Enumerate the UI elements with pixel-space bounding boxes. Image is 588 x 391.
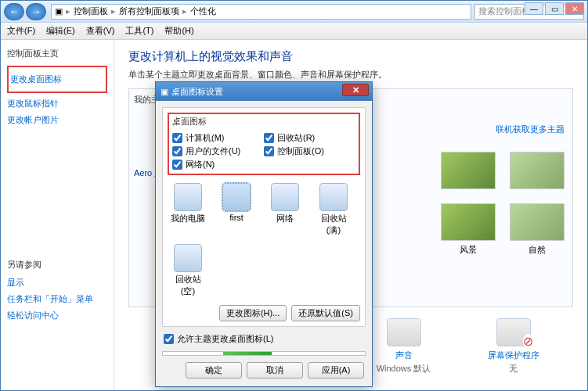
icon-network[interactable]: 网络 <box>266 183 304 236</box>
cancel-button[interactable]: 取消 <box>247 362 303 378</box>
titlebar: ← → ▣ ▸ 控制面板 ▸ 所有控制面板项 ▸ 个性化 搜索控制面板 — ▭ … <box>1 1 587 23</box>
maximize-button[interactable]: ▭ <box>545 2 564 15</box>
menu-edit[interactable]: 编辑(E) <box>46 25 75 37</box>
menu-view[interactable]: 查看(V) <box>86 25 115 37</box>
sidebar: 控制面板主页 更改桌面图标 更改鼠标指针 更改帐户图片 另请参阅 显示 任务栏和… <box>1 40 114 390</box>
menu-help[interactable]: 帮助(H) <box>164 25 193 37</box>
checkbox-computer[interactable]: 计算机(M) <box>172 132 264 144</box>
more-themes-link[interactable]: 联机获取更多主题 <box>496 124 565 135</box>
close-button[interactable]: ✕ <box>565 2 584 15</box>
icon-recycle-empty[interactable]: 回收站(空) <box>169 244 207 297</box>
checkbox-recycle[interactable]: 回收站(R) <box>264 132 355 144</box>
minimize-button[interactable]: — <box>525 2 543 15</box>
checkbox-allow-theme[interactable]: 允许主题更改桌面图标(L) <box>164 333 364 345</box>
ok-button[interactable]: 确定 <box>186 362 242 378</box>
progress-bar <box>162 351 366 356</box>
theme-item[interactable] <box>441 152 496 189</box>
back-button[interactable]: ← <box>4 3 24 20</box>
group-label: 桌面图标 <box>172 116 355 127</box>
sidebar-link-desktop-icons[interactable]: 更改桌面图标 <box>10 74 104 85</box>
page-subtitle: 单击某个主题立即更改桌面背景、窗口颜色、声音和屏幕保护程序。 <box>128 69 573 81</box>
icon-recycle-full[interactable]: 回收站(满) <box>315 183 352 236</box>
dialog-icon: ▣ <box>161 87 168 97</box>
change-icon-button[interactable]: 更改图标(H)... <box>219 305 287 321</box>
theme-item[interactable]: 自然 <box>510 203 565 256</box>
dialog-close-button[interactable]: ✕ <box>342 84 369 96</box>
footer-sound[interactable]: 声音Windows 默认 <box>365 318 443 375</box>
icon-my-computer[interactable]: 我的电脑 <box>169 183 207 236</box>
cp-icon: ▣ <box>55 6 63 16</box>
see-also-header: 另请参阅 <box>7 259 107 271</box>
sidebar-link-account-pic[interactable]: 更改帐户图片 <box>7 114 107 126</box>
page-title: 更改计算机上的视觉效果和声音 <box>128 49 573 64</box>
breadcrumb-leaf[interactable]: 个性化 <box>190 5 216 17</box>
theme-item[interactable]: 风景 <box>441 203 496 256</box>
apply-button[interactable]: 应用(A) <box>308 362 364 378</box>
see-ease[interactable]: 轻松访问中心 <box>7 310 107 321</box>
forward-button[interactable]: → <box>26 3 46 20</box>
address-bar[interactable]: ▣ ▸ 控制面板 ▸ 所有控制面板项 ▸ 个性化 <box>51 4 471 20</box>
desktop-icon-settings-dialog: ▣ 桌面图标设置 ✕ 桌面图标 计算机(M) 用户的文件(U) 网络(N) 回收… <box>155 81 373 387</box>
sidebar-home[interactable]: 控制面板主页 <box>7 48 107 59</box>
checkbox-network[interactable]: 网络(N) <box>172 159 264 170</box>
theme-item[interactable] <box>510 152 565 189</box>
checkbox-userfiles[interactable]: 用户的文件(U) <box>172 145 264 157</box>
checkbox-cpanel[interactable]: 控制面板(O) <box>264 145 355 157</box>
menu-tools[interactable]: 工具(T) <box>125 25 153 37</box>
footer-screensaver[interactable]: 屏幕保护程序无 <box>474 318 553 375</box>
see-taskbar[interactable]: 任务栏和「开始」菜单 <box>7 293 107 305</box>
menubar: 文件(F) 编辑(E) 查看(V) 工具(T) 帮助(H) <box>1 23 587 40</box>
desktop-icons-group: 桌面图标 计算机(M) 用户的文件(U) 网络(N) 回收站(R) 控制面板(O… <box>162 107 366 327</box>
menu-file[interactable]: 文件(F) <box>7 25 35 37</box>
breadcrumb-mid[interactable]: 所有控制面板项 <box>119 5 179 17</box>
dialog-titlebar[interactable]: ▣ 桌面图标设置 ✕ <box>156 82 372 101</box>
breadcrumb-root[interactable]: 控制面板 <box>74 5 108 17</box>
see-display[interactable]: 显示 <box>7 277 107 289</box>
sidebar-link-mouse[interactable]: 更改鼠标指针 <box>7 98 107 109</box>
dialog-title: 桌面图标设置 <box>171 86 223 98</box>
icon-first[interactable]: first <box>218 183 255 236</box>
restore-default-button[interactable]: 还原默认值(S) <box>291 305 360 321</box>
